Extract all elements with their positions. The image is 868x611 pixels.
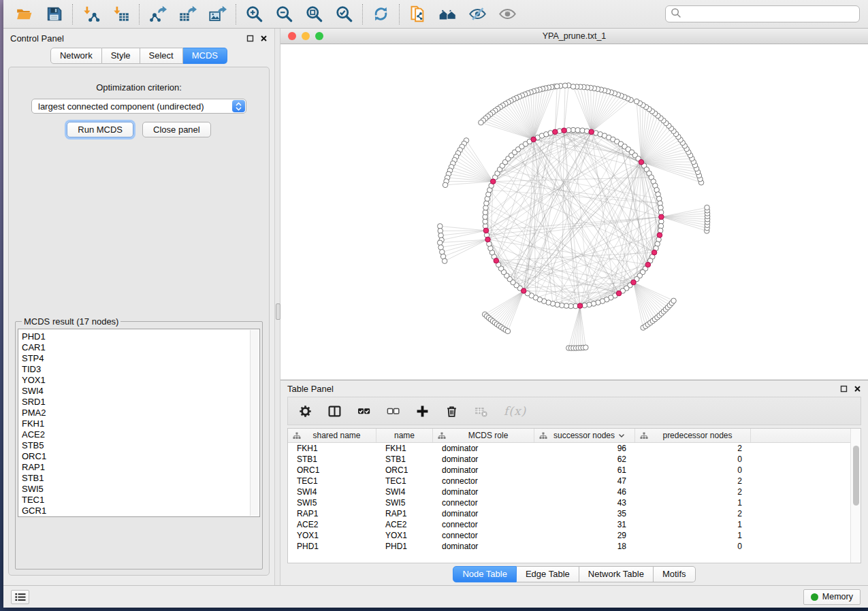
memory-label: Memory [822,592,853,601]
tab-motifs[interactable]: Motifs [654,566,696,582]
task-history-icon[interactable] [11,590,29,604]
cell-shared-name: ORC1 [288,465,376,475]
close-table-panel-icon[interactable] [854,385,861,393]
mcds-result-item[interactable]: TEC1 [22,495,259,506]
cell-successor-nodes: 46 [534,487,635,497]
show-all-icon[interactable] [498,5,517,23]
optimization-criterion-select[interactable]: largest connected component (undirected) [31,99,246,114]
memory-button[interactable]: Memory [803,589,861,605]
table-row[interactable]: STB1STB1dominator620 [288,454,850,465]
maximize-window-icon[interactable] [315,32,323,40]
cell-name: PHD1 [376,542,433,551]
cell-shared-name: RAP1 [288,509,376,518]
mcds-result-item[interactable]: PHD1 [22,331,259,342]
table-row[interactable]: FKH1FKH1dominator962 [288,443,850,454]
mcds-result-item[interactable]: GCR1 [22,506,259,516]
tab-style[interactable]: Style [102,48,140,64]
tab-mcds[interactable]: MCDS [183,48,227,64]
hide-selected-icon[interactable] [468,5,487,23]
mcds-result-item[interactable]: ACE2 [22,429,259,440]
zoom-out-icon[interactable] [275,5,293,23]
close-panel-icon[interactable] [260,35,268,42]
table-row[interactable]: SWI5SWI5connector431 [288,497,850,508]
close-window-icon[interactable] [288,32,296,40]
mcds-result-item[interactable]: STP4 [22,353,259,364]
table-scrollbar-thumb[interactable] [853,446,859,506]
node-table: shared namenameMCDS rolesuccessor nodesp… [287,428,861,563]
mcds-result-item[interactable]: PMA2 [22,408,259,418]
export-table-icon[interactable] [178,5,197,23]
vertical-splitter[interactable] [274,29,280,585]
table-settings-icon[interactable] [299,405,312,418]
mcds-result-item[interactable]: FKH1 [22,418,259,429]
cell-predecessor-nodes: 1 [635,498,751,508]
mcds-result-item[interactable]: STB5 [22,440,259,451]
search-box[interactable] [665,5,860,22]
cell-predecessor-nodes: 1 [635,520,751,529]
search-icon [671,7,681,21]
import-network-icon[interactable] [82,5,100,23]
close-panel-button[interactable]: Close panel [142,122,211,137]
zoom-fit-icon[interactable] [305,5,323,23]
save-session-icon[interactable] [45,5,63,23]
export-image-icon[interactable] [208,5,227,23]
mcds-result-item[interactable]: CAR1 [22,342,259,353]
tab-network[interactable]: Network [50,48,102,64]
mcds-result-item[interactable]: YOX1 [22,375,259,386]
mcds-result-item[interactable]: ORC1 [22,451,259,462]
table-row[interactable]: RAP1RAP1dominator352 [288,508,850,519]
add-column-icon[interactable] [416,405,429,418]
mcds-result-item[interactable]: SRD1 [22,397,259,408]
search-input[interactable] [685,9,854,19]
cell-shared-name: YOX1 [288,531,376,540]
zoom-in-icon[interactable] [245,5,263,23]
zoom-selected-icon[interactable] [335,5,353,23]
column-header-mcds-role[interactable]: MCDS role [433,429,534,442]
minimize-window-icon[interactable] [302,32,310,40]
tab-select[interactable]: Select [140,48,183,64]
table-scrollbar[interactable] [850,429,861,563]
tab-edge-table[interactable]: Edge Table [517,566,579,582]
mcds-result-item[interactable]: SWI5 [22,484,259,495]
column-header-successor-nodes[interactable]: successor nodes [534,429,635,442]
cell-mcds-role: dominator [433,509,534,518]
mcds-result-item[interactable]: SWI4 [22,386,259,397]
import-table-icon[interactable] [112,5,130,23]
column-header-shared-name[interactable]: shared name [288,429,376,442]
tab-node-table[interactable]: Node Table [453,566,517,582]
cell-predecessor-nodes: 0 [635,542,751,551]
delete-column-icon[interactable] [445,405,458,418]
table-row[interactable]: ORC1ORC1dominator610 [288,465,850,476]
apply-layout-icon[interactable] [372,5,390,23]
table-row[interactable]: TEC1TEC1connector472 [288,476,850,486]
table-row[interactable]: ACE2ACE2connector311 [288,519,850,530]
table-row[interactable]: SWI4SWI4dominator462 [288,486,850,497]
export-network-icon[interactable] [148,5,167,23]
network-window-titlebar[interactable]: YPA_prune.txt_1 [280,29,868,44]
mcds-result-list[interactable]: PHD1CAR1STP4TID3YOX1SWI4SRD1PMA2FKH1ACE2… [18,329,260,517]
deselect-all-icon[interactable] [387,405,400,418]
cell-successor-nodes: 96 [534,444,635,453]
column-header-predecessor-nodes[interactable]: predecessor nodes [635,429,751,442]
import-public-database-icon[interactable] [408,5,427,23]
table-row[interactable]: PHD1PHD1dominator180 [288,541,850,552]
result-list-scrollbar[interactable] [250,330,259,516]
mcds-result-item[interactable]: TID3 [22,364,259,375]
float-panel-icon[interactable] [246,35,254,42]
mcds-result-item[interactable]: STB1 [22,473,259,484]
column-header-name[interactable]: name [376,429,433,442]
toggle-panes-icon[interactable] [328,405,341,418]
mcds-result-item[interactable]: RAP1 [22,462,259,473]
cell-name: ORC1 [376,465,433,475]
run-mcds-button[interactable]: Run MCDS [67,122,133,137]
first-neighbors-icon[interactable] [438,5,457,23]
select-all-icon[interactable] [357,405,370,418]
tab-network-table[interactable]: Network Table [579,566,654,582]
table-row[interactable]: YOX1YOX1connector291 [288,530,850,541]
open-session-icon[interactable] [15,5,33,23]
control-panel-title: Control Panel [10,33,64,44]
cell-predecessor-nodes: 0 [635,465,751,475]
network-canvas[interactable] [280,44,868,380]
float-table-panel-icon[interactable] [840,385,848,393]
cell-shared-name: SWI4 [288,487,376,497]
